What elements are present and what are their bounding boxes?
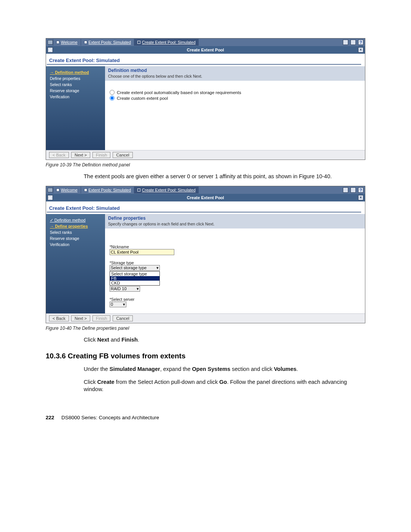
server-select[interactable]: 0 ▾ [110,302,126,307]
tab-welcome[interactable]: Welcome [53,39,81,46]
help-icon[interactable]: ? [358,187,363,193]
toolbar-icon[interactable] [343,40,348,45]
text: from the Select Action pull-down and cli… [115,379,220,385]
bold-text: Open Systems [192,366,231,372]
radio-input[interactable] [110,96,115,101]
app-icon [48,188,53,192]
panel-subtitle: Create Extent Pool: Simulated [47,54,361,65]
text: Under the [84,366,110,372]
panel-titlebar: ▸ Create Extent Pool × [46,46,365,54]
content-header: Define properties Specify changes or opt… [105,214,365,228]
page-number: 222 [46,415,54,420]
wizard-steps: Definition method Define properties Sele… [46,214,105,313]
finish-button[interactable]: Finish [92,152,110,158]
next-button[interactable]: Next > [71,152,90,158]
text: . [138,337,139,343]
storage-type-dropdown[interactable]: Select storage type FB CKD [110,271,160,286]
panel-topbar: Welcome Extent Pools: Simulated Create E… [46,38,365,46]
bold-text: Go [219,379,227,385]
back-button[interactable]: < Back [49,315,69,321]
back-button[interactable]: < Back [49,152,69,158]
radio-auto-pool[interactable]: Create extent pool automatically based o… [110,90,360,95]
step-define-properties: Define properties [50,75,102,81]
text: . [296,366,298,372]
radio-label: Create custom extent pool [117,96,168,101]
cancel-button[interactable]: Cancel [113,315,132,321]
bold-text: Simulated Manager [110,366,160,372]
titlebar-title: Create Extent Pool [53,48,358,52]
help-icon[interactable]: ? [358,40,363,45]
content-description: Choose one of the options below and then… [108,74,362,78]
dropdown-option[interactable]: CKD [110,281,159,285]
step-define-properties[interactable]: Define properties [50,223,102,229]
text: , expand the [160,366,192,372]
content-header: Definition method Choose one of the opti… [105,66,365,81]
step-verification: Verification [50,94,102,100]
expand-icon[interactable]: ▸ [48,47,53,53]
storage-type-select[interactable]: Select storage type ▾ [110,265,160,271]
toolbar-icon[interactable] [350,187,356,193]
app-icon [48,40,53,45]
close-icon[interactable]: × [358,47,363,53]
section-heading: 10.3.6 Creating FB volumes from extents [46,352,365,360]
tab-label: Create Extent Pool: Simulated [142,40,196,45]
radio-input[interactable] [110,90,115,95]
wizard-button-row: < Back Next > Finish Cancel [46,313,365,323]
figure-caption: Figure 10-40 The Define properties panel [46,326,365,331]
step-reserve-storage: Reserve storage [50,88,102,94]
raid-select[interactable]: RAID 10 ▾ [110,286,140,292]
tab-create-extent-pool[interactable]: Create Extent Pool: Simulated [134,187,199,193]
tab-label: Welcome [61,188,78,192]
dropdown-option-selected[interactable]: FB [110,276,159,281]
panel-topbar: Welcome Extent Pools: Simulated Create E… [46,186,365,194]
content-title: Definition method [108,68,362,73]
panel-titlebar: ▸ Create Extent Pool × [46,194,365,201]
body-paragraph: Click Create from the Select Action pull… [84,379,365,393]
footer-title: DS8000 Series: Concepts and Architecture [61,415,159,420]
wizard-steps: Definition method Define properties Sele… [46,66,105,150]
bold-text: Volumes [274,366,296,372]
figure-caption: Figure 10-39 The Definition method panel [46,162,365,168]
figure-10-40-panel: Welcome Extent Pools: Simulated Create E… [46,186,365,323]
content-title: Define properties [108,216,362,221]
tab-label: Extent Pools: Simulated [89,188,131,192]
body-paragraph: Under the Simulated Manager, expand the … [84,366,365,373]
storage-type-label: Storage type [110,260,360,265]
step-reserve-storage: Reserve storage [50,235,102,241]
select-value: Select storage type [111,265,147,270]
content-description: Specify changes or options in each field… [108,222,362,226]
finish-button[interactable]: Finish [92,315,110,321]
titlebar-title: Create Extent Pool [53,195,358,200]
bold-text: Finish [121,337,138,343]
page-footer: 222 DS8000 Series: Concepts and Architec… [46,415,365,420]
tab-welcome[interactable]: Welcome [53,187,81,193]
nickname-input[interactable] [110,249,174,255]
text: Click [84,379,97,385]
step-select-ranks: Select ranks [50,81,102,88]
dropdown-option[interactable]: Select storage type [110,272,159,276]
cancel-button[interactable]: Cancel [113,152,132,158]
radio-label: Create extent pool automatically based o… [117,90,241,95]
tab-label: Create Extent Pool: Simulated [142,188,196,192]
expand-icon[interactable]: ▸ [48,195,53,200]
radio-custom-pool[interactable]: Create custom extent pool [110,96,360,101]
tab-label: Welcome [61,40,78,45]
next-button[interactable]: Next > [71,315,90,321]
toolbar-icon[interactable] [343,187,348,193]
tab-create-extent-pool[interactable]: Create Extent Pool: Simulated [134,39,199,46]
chevron-down-icon: ▾ [137,286,139,291]
tab-extent-pools[interactable]: Extent Pools: Simulated [81,187,134,193]
nickname-label: Nickname [110,244,360,249]
toolbar-icon[interactable] [350,40,356,45]
tab-extent-pools[interactable]: Extent Pools: Simulated [81,39,134,46]
step-definition-method[interactable]: Definition method [50,217,102,223]
step-verification: Verification [50,241,102,248]
chevron-down-icon: ▾ [156,265,159,270]
chevron-down-icon: ▾ [123,302,125,307]
select-value: RAID 10 [111,286,127,291]
close-icon[interactable]: × [358,195,363,200]
text: section and click [230,366,274,372]
bold-text: Next [97,337,109,343]
text: Click [84,337,97,343]
step-definition-method[interactable]: Definition method [50,69,102,75]
